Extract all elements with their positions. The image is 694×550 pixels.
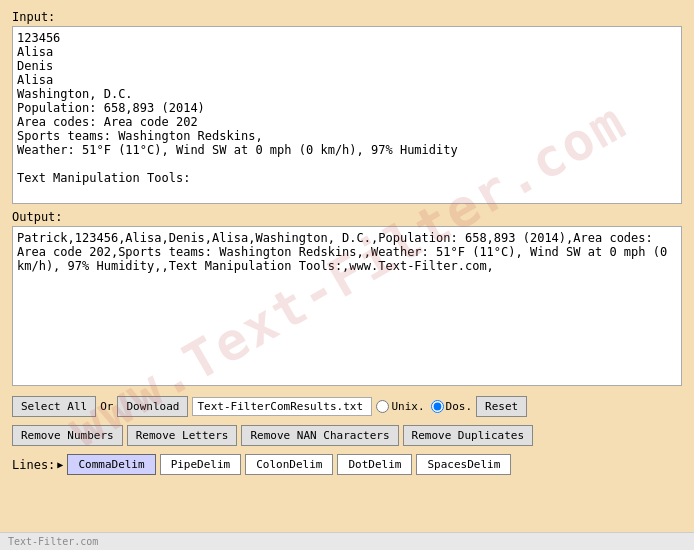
lines-row: Lines: ▶ CommaDelim PipeDelim ColonDelim…: [12, 454, 682, 475]
input-section: Input:: [12, 10, 682, 204]
output-textarea[interactable]: [13, 227, 681, 385]
unix-radio[interactable]: [376, 400, 389, 413]
unix-label: Unix.: [391, 400, 424, 413]
unix-radio-label[interactable]: Unix.: [376, 400, 424, 413]
lines-text: Lines:: [12, 458, 55, 472]
footer-text: Text-Filter.com: [8, 536, 98, 547]
remove-nan-button[interactable]: Remove NAN Characters: [241, 425, 398, 446]
dos-radio-label[interactable]: Dos.: [431, 400, 473, 413]
dos-label: Dos.: [446, 400, 473, 413]
comma-delim-button[interactable]: CommaDelim: [67, 454, 155, 475]
input-textarea[interactable]: [13, 27, 681, 203]
spaces-delim-button[interactable]: SpacesDelim: [416, 454, 511, 475]
output-label: Output:: [12, 210, 682, 224]
pipe-delim-button[interactable]: PipeDelim: [160, 454, 242, 475]
actions-row: Remove Numbers Remove Letters Remove NAN…: [12, 425, 682, 446]
download-button[interactable]: Download: [117, 396, 188, 417]
input-area-wrapper: [12, 26, 682, 204]
dot-delim-button[interactable]: DotDelim: [337, 454, 412, 475]
colon-delim-button[interactable]: ColonDelim: [245, 454, 333, 475]
play-icon[interactable]: ▶: [57, 459, 63, 470]
remove-duplicates-button[interactable]: Remove Duplicates: [403, 425, 534, 446]
output-section: Output:: [12, 210, 682, 386]
remove-numbers-button[interactable]: Remove Numbers: [12, 425, 123, 446]
output-area-wrapper: [12, 226, 682, 386]
lines-label: Lines: ▶: [12, 458, 63, 472]
remove-letters-button[interactable]: Remove Letters: [127, 425, 238, 446]
filename-input[interactable]: [192, 397, 372, 416]
input-label: Input:: [12, 10, 682, 24]
dos-radio[interactable]: [431, 400, 444, 413]
toolbar-row: Select All Or Download Unix. Dos. Reset: [12, 396, 682, 417]
reset-button[interactable]: Reset: [476, 396, 527, 417]
or-text: Or: [100, 400, 113, 413]
radio-group: Unix. Dos.: [376, 400, 472, 413]
footer-bar: Text-Filter.com: [0, 532, 694, 550]
select-all-button[interactable]: Select All: [12, 396, 96, 417]
